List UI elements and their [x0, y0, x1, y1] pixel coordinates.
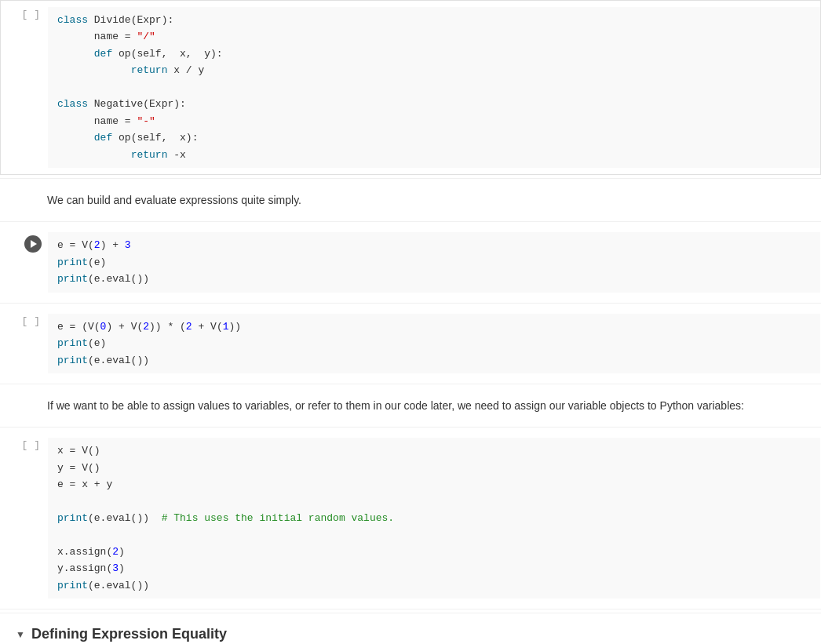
separator-1 [0, 178, 821, 179]
section-heading: ▼ Defining Expression Equality [0, 613, 821, 644]
code-content-4[interactable]: x = V() y = V() e = x + y print(e.eval()… [48, 438, 820, 599]
code-cell-2: e = V(2) + 3 print(e) print(e.eval()) [0, 225, 821, 299]
cell-gutter-1: [ ] [1, 7, 48, 20]
separator-5 [0, 427, 821, 428]
run-button[interactable] [24, 235, 42, 253]
markdown-cell-1: We can build and evaluate expressions qu… [0, 182, 821, 218]
markdown-cell-2: If we want to be able to assign values t… [0, 387, 821, 424]
cell-gutter-4: [ ] [1, 438, 48, 451]
separator-4 [0, 384, 821, 384]
code-cell-4: [ ] x = V() y = V() e = x + y print(e.ev… [0, 431, 821, 606]
code-content-1[interactable]: class Divide(Expr): name = "/" def op(se… [48, 7, 820, 168]
markdown-text-1: We can build and evaluate expressions qu… [47, 194, 301, 206]
separator-2 [0, 221, 821, 222]
code-content-2[interactable]: e = V(2) + 3 print(e) print(e.eval()) [48, 232, 820, 292]
cell-gutter-3: [ ] [1, 314, 48, 327]
code-cell-3: [ ] e = (V(0) + V(2)) * (2 + V(1)) print… [0, 307, 821, 380]
code-cell-1: [ ] class Divide(Expr): name = "/" def o… [0, 0, 821, 175]
separator-3 [0, 303, 821, 304]
section-heading-text: Defining Expression Equality [31, 626, 227, 642]
notebook: [ ] class Divide(Expr): name = "/" def o… [0, 0, 821, 644]
code-content-3[interactable]: e = (V(0) + V(2)) * (2 + V(1)) print(e) … [48, 314, 820, 373]
markdown-text-2: If we want to be able to assign values t… [47, 399, 744, 412]
arrow-icon: ▼ [16, 629, 25, 640]
cell-gutter-2 [1, 232, 48, 253]
separator-6 [0, 609, 821, 609]
